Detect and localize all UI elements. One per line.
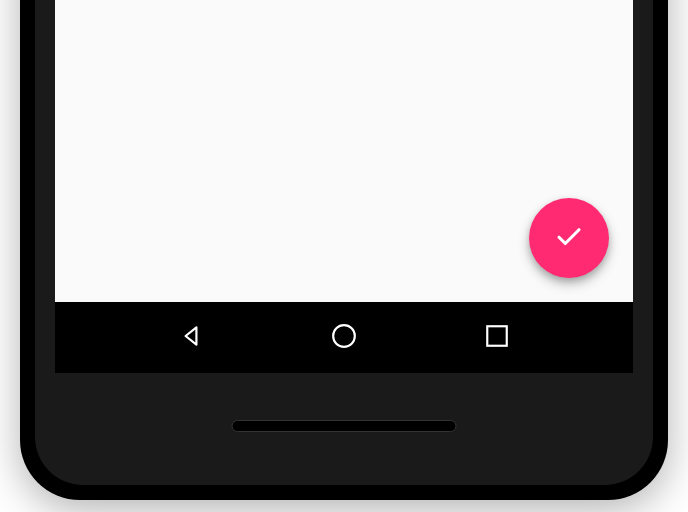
nav-home-button[interactable] <box>329 323 359 353</box>
app-content-area <box>55 0 633 302</box>
check-icon <box>554 221 584 255</box>
phone-speaker <box>232 420 457 432</box>
home-circle-icon <box>331 323 357 353</box>
phone-screen <box>55 0 633 373</box>
recent-square-icon <box>484 323 510 353</box>
system-nav-bar <box>55 302 633 373</box>
nav-back-button[interactable] <box>176 323 206 353</box>
back-triangle-icon <box>178 323 204 353</box>
svg-point-0 <box>333 325 355 347</box>
fab-confirm-button[interactable] <box>529 198 609 278</box>
svg-rect-1 <box>487 326 507 346</box>
nav-recent-button[interactable] <box>482 323 512 353</box>
